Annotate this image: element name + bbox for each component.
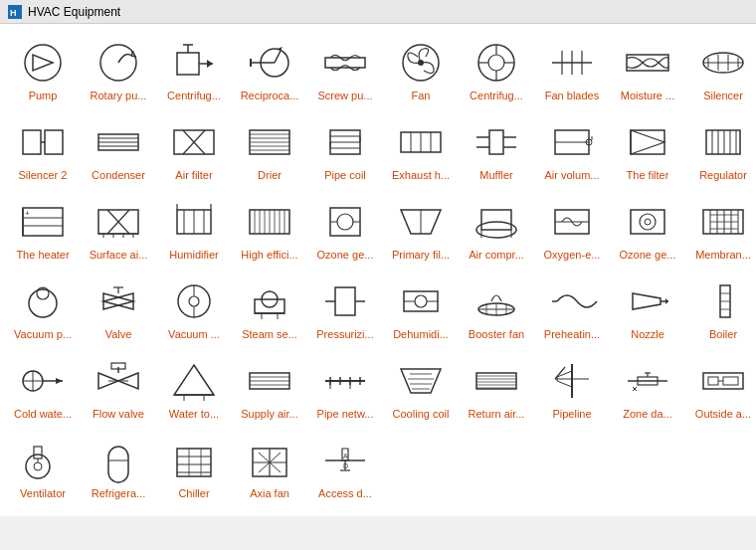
item-water-to[interactable]: Water to... (156, 352, 232, 432)
item-pressurize[interactable]: Pressurizi... (307, 273, 383, 352)
item-the-filter[interactable]: The filter (610, 113, 685, 193)
svg-line-14 (275, 51, 281, 63)
item-vacuum2[interactable]: Vacuum ... (156, 273, 232, 352)
item-pipeline[interactable]: Pipeline (534, 352, 610, 432)
svg-rect-36 (23, 130, 41, 154)
item-primary-fil[interactable]: Primary fil... (383, 193, 459, 273)
item-booster-fan[interactable]: Booster fan (459, 273, 534, 352)
svg-rect-219 (108, 447, 128, 482)
item-air-compr[interactable]: Air compr... (459, 193, 534, 273)
item-axia-fan[interactable]: Axia fan (232, 432, 307, 511)
item-reciprocating[interactable]: Reciproca... (232, 34, 307, 113)
item-pipe-netw[interactable]: Pipe netw... (307, 352, 383, 432)
item-membran[interactable]: Membran... (685, 193, 756, 273)
item-condenser[interactable]: Condenser (81, 113, 156, 193)
item-muffler[interactable]: Muffler (459, 113, 534, 193)
item-oxygen-e[interactable]: Oxygen-e... (534, 193, 610, 273)
item-boiler[interactable]: Boiler (685, 273, 756, 352)
item-zone-da[interactable]: Zone da... (610, 352, 685, 432)
svg-rect-113 (481, 210, 511, 230)
item-refrigera[interactable]: Refrigera... (81, 432, 156, 511)
svg-point-120 (645, 219, 651, 225)
item-moisture[interactable]: Moisture ... (610, 34, 685, 113)
svg-text:D: D (343, 462, 348, 469)
item-drier[interactable]: Drier (232, 113, 307, 193)
svg-point-20 (488, 55, 504, 71)
item-cold-water[interactable]: Cold wate... (5, 352, 81, 432)
svg-rect-195 (476, 373, 516, 389)
item-flow-valve[interactable]: Flow valve (81, 352, 156, 432)
item-ventilator[interactable]: Ventilator (5, 432, 81, 511)
svg-point-107 (337, 214, 353, 230)
item-chiller[interactable]: Chiller (156, 432, 232, 511)
item-centrifugal2[interactable]: Centrifug... (459, 34, 534, 113)
svg-marker-159 (633, 293, 661, 309)
svg-point-138 (189, 296, 199, 306)
svg-marker-3 (33, 55, 53, 71)
svg-point-119 (640, 214, 656, 230)
svg-marker-161 (665, 298, 668, 304)
item-air-filter[interactable]: Air filter (156, 113, 232, 193)
svg-rect-5 (177, 53, 199, 75)
item-outside-a[interactable]: Outside a... (685, 352, 756, 432)
item-preheating[interactable]: Preheatin... (534, 273, 610, 352)
item-high-effici[interactable]: High effici... (232, 193, 307, 273)
item-fan[interactable]: Fan (383, 34, 459, 113)
item-dehumidi[interactable]: Dehumidi... (383, 273, 459, 352)
svg-point-130 (29, 289, 57, 317)
item-steam-se[interactable]: Steam se... (232, 273, 307, 352)
svg-marker-7 (207, 60, 213, 68)
item-ozone-gen1[interactable]: Ozone ge... (307, 193, 383, 273)
svg-rect-73 (706, 130, 740, 154)
svg-rect-71 (631, 130, 664, 154)
item-the-heater[interactable]: + The heater (5, 193, 81, 273)
svg-point-216 (34, 462, 42, 470)
svg-rect-16 (325, 58, 365, 68)
item-access-d[interactable]: A D Access d... (307, 432, 383, 511)
item-fan-blades[interactable]: Fan blades (534, 34, 610, 113)
hvac-icon: H (8, 5, 22, 19)
title-bar-text: HVAC Equipment (28, 5, 120, 19)
svg-rect-217 (34, 447, 42, 458)
item-valve[interactable]: Valve (81, 273, 156, 352)
svg-text:A: A (343, 453, 348, 459)
item-exhaust[interactable]: Exhaust h... (383, 113, 459, 193)
item-ozone-gen2[interactable]: Ozone ge... (610, 193, 685, 273)
svg-marker-170 (56, 378, 63, 384)
svg-marker-134 (103, 293, 133, 309)
svg-marker-133 (103, 293, 133, 309)
main-content: Pump Rotary pu... Centrifug... (0, 24, 756, 516)
svg-rect-146 (335, 287, 355, 315)
svg-rect-62 (489, 130, 503, 154)
svg-text:H: H (10, 8, 17, 18)
item-silencer[interactable]: Silencer (685, 34, 756, 113)
svg-rect-213 (723, 377, 738, 385)
svg-point-150 (415, 295, 427, 307)
item-cooling-coil[interactable]: Cooling coil (383, 352, 459, 432)
item-supply-air[interactable]: Supply air... (232, 352, 307, 432)
item-screw-pump[interactable]: Screw pu... (307, 34, 383, 113)
item-centrifugal[interactable]: Centrifug... (156, 34, 232, 113)
item-humidifier[interactable]: Humidifier (156, 193, 232, 273)
item-surface-air[interactable]: Surface ai... (81, 193, 156, 273)
item-rotary-pump[interactable]: Rotary pu... (81, 34, 156, 113)
item-nozzle[interactable]: Nozzle (610, 273, 685, 352)
svg-point-2 (25, 45, 61, 81)
item-air-volume[interactable]: Air volum... (534, 113, 610, 193)
svg-rect-212 (708, 377, 718, 385)
item-vacuum-p[interactable]: Vacuum p... (5, 273, 81, 352)
title-bar: H HVAC Equipment (0, 0, 756, 24)
svg-rect-37 (45, 130, 63, 154)
svg-rect-141 (255, 299, 284, 313)
item-pipe-coil[interactable]: Pipe coil (307, 113, 383, 193)
svg-text:+: + (25, 209, 30, 218)
svg-marker-72 (631, 130, 664, 154)
item-return-air[interactable]: Return air... (459, 352, 534, 432)
item-silencer2[interactable]: Silencer 2 (5, 113, 81, 193)
item-pump[interactable]: Pump (5, 34, 81, 113)
item-regulator[interactable]: Regulator (685, 113, 756, 193)
